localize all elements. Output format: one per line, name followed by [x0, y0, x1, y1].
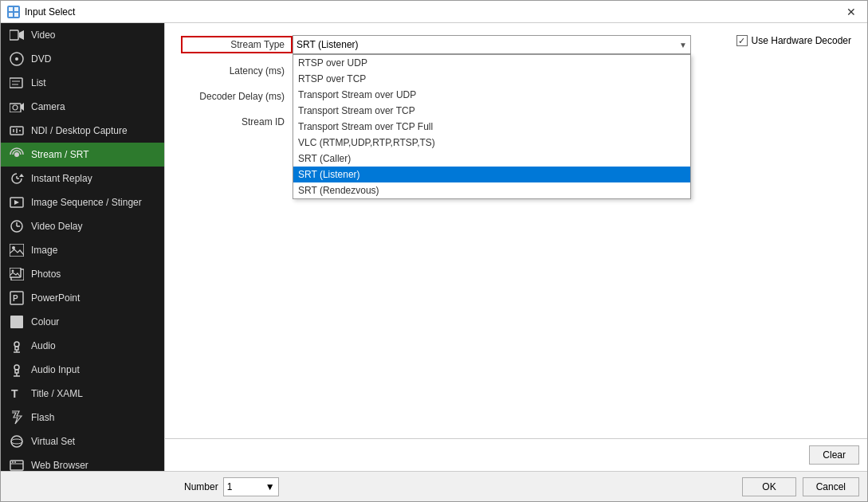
sidebar-item-image-sequence[interactable]: Image Sequence / Stinger — [1, 190, 164, 214]
svg-rect-36 — [15, 347, 18, 350]
hardware-decoder-checkbox[interactable] — [736, 35, 748, 46]
sidebar-item-label-virtual-set: Virtual Set — [31, 436, 75, 447]
ok-button[interactable]: OK — [742, 477, 795, 496]
stinger-icon — [9, 194, 25, 210]
content-main: Use Hardware Decoder Stream Type SRT (Li… — [165, 23, 867, 438]
stream-type-label: Stream Type — [181, 36, 293, 53]
main-content: VideoDVDListCameraNDI / Desktop CaptureS… — [1, 23, 867, 471]
sidebar-item-dvd[interactable]: DVD — [1, 47, 164, 71]
svg-rect-3 — [14, 13, 18, 17]
sidebar-item-label-colour: Colour — [31, 316, 59, 327]
sidebar-item-list[interactable]: List — [1, 71, 164, 95]
dropdown-item[interactable]: Transport Stream over UDP — [293, 87, 690, 103]
sidebar-item-instant-replay[interactable]: Instant Replay — [1, 167, 164, 190]
flash-icon — [9, 410, 25, 426]
photos-icon — [9, 266, 25, 282]
ndi-icon — [9, 123, 25, 139]
svg-point-39 — [14, 365, 19, 370]
colour-icon — [9, 314, 25, 330]
svg-point-31 — [12, 270, 14, 273]
dropdown-item[interactable]: Transport Stream over TCP Full — [293, 119, 690, 135]
main-window: Input Select ✕ VideoDVDListCameraNDI / D… — [0, 0, 868, 502]
svg-marker-23 — [14, 200, 19, 205]
sidebar-item-label-image: Image — [31, 245, 57, 256]
number-select[interactable]: 1 ▼ — [223, 477, 279, 496]
svg-rect-34 — [10, 316, 23, 328]
hardware-decoder-label: Use Hardware Decoder — [752, 35, 851, 46]
decoder-delay-label: Decoder Delay (ms) — [181, 91, 293, 102]
svg-rect-27 — [10, 244, 24, 257]
video-icon — [9, 27, 25, 43]
sidebar-item-title[interactable]: TTitle / XAML — [1, 382, 164, 406]
sidebar-item-label-photos: Photos — [31, 269, 61, 280]
content-area: Use Hardware Decoder Stream Type SRT (Li… — [164, 23, 867, 471]
dropdown-item[interactable]: RTSP over UDP — [293, 55, 690, 71]
sidebar-item-photos[interactable]: Photos — [1, 262, 164, 286]
number-value: 1 — [227, 481, 233, 492]
sidebar-item-audio-input[interactable]: Audio Input — [1, 358, 164, 382]
stream-type-select[interactable]: SRT (Listener) ▼ — [293, 35, 691, 54]
dropdown-item[interactable]: RTSP over TCP — [293, 71, 690, 87]
svg-point-13 — [13, 105, 18, 110]
dropdown-item[interactable]: SRT (Caller) — [293, 151, 690, 167]
title-bar: Input Select ✕ — [1, 1, 867, 23]
sidebar-item-video[interactable]: Video — [1, 23, 164, 47]
svg-point-28 — [12, 246, 15, 249]
svg-point-35 — [14, 342, 19, 347]
dvd-icon — [9, 51, 25, 67]
sidebar-item-label-stream: Stream / SRT — [31, 149, 88, 160]
svg-rect-4 — [10, 30, 18, 40]
sidebar-item-label-audio: Audio — [31, 340, 56, 351]
title-icon: T — [9, 386, 25, 402]
svg-marker-19 — [19, 174, 24, 177]
dropdown-item[interactable]: SRT (Rendezvous) — [293, 182, 690, 198]
svg-marker-5 — [19, 30, 24, 40]
svg-point-44 — [11, 436, 22, 447]
latency-label: Latency (ms) — [181, 65, 293, 76]
svg-point-48 — [12, 461, 14, 463]
footer: Number 1 ▼ OK Cancel — [1, 471, 867, 501]
sidebar-item-video-delay[interactable]: Video Delay — [1, 214, 164, 238]
sidebar-item-flash[interactable]: Flash — [1, 406, 164, 429]
svg-point-18 — [14, 152, 19, 157]
svg-rect-2 — [9, 13, 13, 17]
dropdown-arrow-icon: ▼ — [679, 41, 687, 49]
sidebar-item-colour[interactable]: Colour — [1, 310, 164, 334]
dropdown-item[interactable]: VLC (RTMP,UDP,RTP,RTSP,TS) — [293, 135, 690, 151]
svg-text:P: P — [13, 294, 18, 303]
stream-type-container: SRT (Listener) ▼ RTSP over UDPRTSP over … — [293, 35, 691, 54]
list-icon — [9, 75, 25, 91]
sidebar-item-label-video-delay: Video Delay — [31, 221, 83, 232]
app-icon — [7, 6, 20, 18]
number-select-arrow-icon: ▼ — [265, 481, 275, 492]
sidebar-item-label-camera: Camera — [31, 101, 65, 112]
sidebar-item-label-web-browser: Web Browser — [31, 460, 88, 471]
virtual-set-icon — [9, 433, 25, 449]
close-button[interactable]: ✕ — [842, 4, 861, 20]
sidebar-item-label-video: Video — [31, 29, 55, 41]
number-label: Number — [184, 481, 218, 492]
sidebar-item-powerpoint[interactable]: PPowerPoint — [1, 286, 164, 310]
svg-text:T: T — [11, 387, 18, 400]
delay-icon — [9, 218, 25, 234]
sidebar-item-image[interactable]: Image — [1, 238, 164, 262]
cancel-button[interactable]: Cancel — [803, 477, 859, 496]
sidebar-item-audio[interactable]: Audio — [1, 334, 164, 358]
sidebar-item-camera[interactable]: Camera — [1, 95, 164, 119]
svg-rect-40 — [15, 370, 18, 373]
dropdown-item[interactable]: Transport Stream over TCP — [293, 103, 690, 119]
powerpoint-icon: P — [9, 290, 25, 306]
sidebar-item-label-list: List — [31, 77, 46, 88]
sidebar-item-virtual-set[interactable]: Virtual Set — [1, 429, 164, 453]
stream-type-dropdown: RTSP over UDPRTSP over TCPTransport Stre… — [293, 54, 691, 199]
sidebar-item-label-title: Title / XAML — [31, 388, 83, 399]
footer-left: Number 1 ▼ — [184, 477, 279, 496]
sidebar-item-ndi[interactable]: NDI / Desktop Capture — [1, 119, 164, 143]
sidebar-item-stream[interactable]: Stream / SRT — [1, 143, 164, 167]
svg-point-49 — [14, 461, 16, 463]
sidebar-item-label-audio-input: Audio Input — [31, 364, 80, 375]
sidebar-item-web-browser[interactable]: Web Browser — [1, 453, 164, 471]
dropdown-item[interactable]: SRT (Listener) — [293, 167, 690, 182]
title-bar-left: Input Select — [7, 6, 75, 18]
clear-button[interactable]: Clear — [809, 445, 859, 465]
